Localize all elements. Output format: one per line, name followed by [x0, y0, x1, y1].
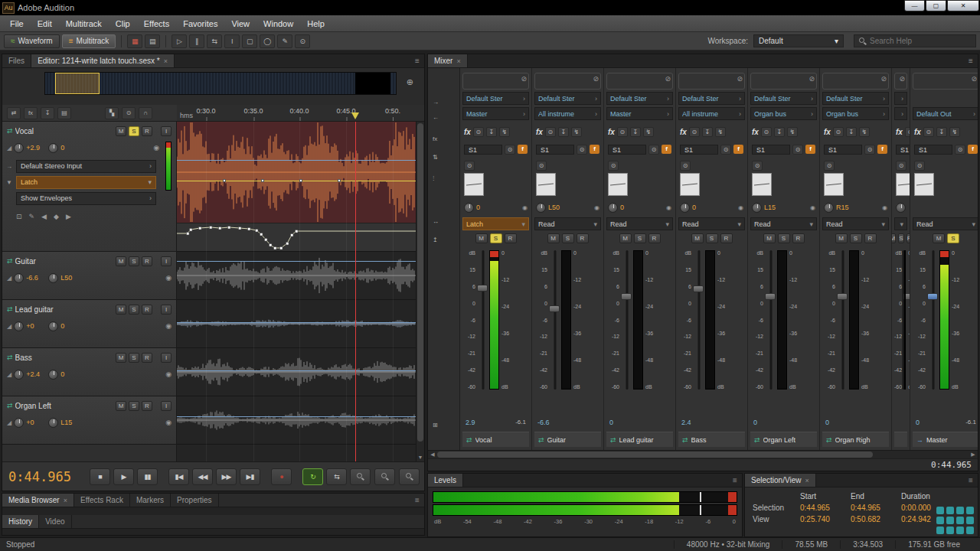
pan-value[interactable]: L50: [548, 204, 592, 211]
track-name[interactable]: Vocal: [15, 127, 113, 135]
view-start[interactable]: 0:25.740: [800, 515, 851, 523]
automation-mode-select[interactable]: Read ▾: [606, 217, 673, 230]
pan-value[interactable]: 0: [60, 322, 80, 330]
stereo-link-icon[interactable]: ◉: [882, 204, 887, 211]
punch-icon[interactable]: ↧: [41, 107, 54, 119]
multitrack-view-button[interactable]: ≡ Multitrack: [62, 34, 116, 48]
meter-toggle-icon[interactable]: ◉: [153, 144, 159, 152]
scrollbar-thumb[interactable]: [437, 452, 873, 458]
waveform-lane-vocal[interactable]: [177, 122, 416, 252]
input-select[interactable]: ›: [894, 92, 907, 105]
menu-view[interactable]: View: [224, 17, 256, 31]
tab-effects-rack[interactable]: Effects Rack: [74, 494, 130, 507]
eq-graph[interactable]: [914, 173, 934, 196]
eq-graph[interactable]: [824, 173, 844, 196]
insert-slot[interactable]: ⊘: [534, 73, 601, 90]
solo-button[interactable]: S: [490, 233, 502, 243]
snap-magnet-icon[interactable]: ∩: [139, 107, 152, 119]
pan-knob[interactable]: [896, 203, 906, 213]
fx-bypass-icon[interactable]: ↯: [949, 127, 960, 137]
eq-power-icon[interactable]: ⊙: [896, 161, 906, 171]
track-input-select[interactable]: Default Stereo Input ›: [16, 160, 156, 173]
fader-track[interactable]: [765, 249, 776, 391]
output-select[interactable]: All instrume ›: [678, 107, 745, 120]
volume-knob[interactable]: [14, 370, 24, 380]
automation-mode-select[interactable]: Latch ▾: [16, 176, 156, 189]
playhead-marker[interactable]: [351, 112, 359, 119]
fx-power-icon[interactable]: ⊙: [923, 127, 934, 137]
volume-value[interactable]: 0: [916, 419, 920, 429]
send-prefader-icon[interactable]: f: [877, 145, 887, 154]
fx-power-icon[interactable]: ⊙: [905, 127, 910, 137]
marquee-tool-icon[interactable]: ▢: [242, 34, 257, 48]
automation-section-icon[interactable]: ↥: [433, 236, 438, 243]
scrollbar-thumb[interactable]: [417, 123, 423, 442]
fader-handle[interactable]: [927, 293, 938, 300]
pan-envelope-line[interactable]: [177, 322, 416, 323]
mute-button[interactable]: M: [892, 233, 896, 243]
track-header-lead-guitar[interactable]: ⇄ Lead guitar M S R I ◢ +0 0 ◉: [2, 300, 176, 348]
channel-name[interactable]: [894, 432, 907, 447]
show-envelopes-select[interactable]: Show Envelopes ›: [16, 192, 156, 205]
overview-view-region[interactable]: [55, 73, 100, 94]
workspace-dropdown[interactable]: Default ▾: [753, 34, 844, 47]
volume-envelope-line[interactable]: [177, 181, 416, 181]
fx-prepost-icon[interactable]: ↧: [936, 127, 947, 137]
volume-value[interactable]: -6.6: [537, 419, 550, 429]
tab-selection-view[interactable]: Selection/View ×: [745, 474, 816, 487]
menu-file[interactable]: File: [3, 17, 31, 31]
zoom-out-button[interactable]: [374, 468, 395, 485]
pan-value[interactable]: L15: [764, 204, 808, 211]
waveform-lane-bass[interactable]: [177, 348, 416, 396]
mute-button[interactable]: M: [475, 233, 488, 243]
mute-button[interactable]: M: [691, 233, 704, 243]
loop-toggle-icon[interactable]: ⇄: [7, 107, 21, 119]
keyframe[interactable]: [223, 179, 226, 182]
automation-mode-select[interactable]: Read ▾: [750, 217, 817, 230]
solo-button[interactable]: S: [850, 233, 862, 243]
panel-menu-icon[interactable]: ≡: [964, 54, 978, 67]
input-select[interactable]: Default Ster ›: [822, 92, 889, 105]
pan-value[interactable]: 0: [476, 204, 520, 211]
restore-button[interactable]: ▢: [926, 0, 946, 11]
input-monitor-button[interactable]: I: [161, 353, 172, 363]
fader-track[interactable]: [621, 249, 632, 391]
track-name[interactable]: Guitar: [15, 257, 113, 266]
solo-button[interactable]: S: [778, 233, 790, 243]
fx-bypass-icon[interactable]: ↯: [715, 127, 726, 137]
pan-value[interactable]: 0: [60, 144, 80, 152]
send-slot[interactable]: S1: [608, 145, 646, 155]
send-slot[interactable]: S1: [896, 145, 910, 155]
pan-knob[interactable]: [536, 203, 546, 213]
volume-knob[interactable]: [14, 418, 24, 428]
send-slot[interactable]: S1: [752, 145, 790, 155]
fader-track[interactable]: [927, 249, 939, 391]
clip-indicator[interactable]: [728, 505, 737, 515]
skip-back-button[interactable]: ▮◀: [168, 468, 189, 485]
send-power-icon[interactable]: ⊙: [505, 145, 515, 155]
mute-button[interactable]: M: [116, 126, 126, 136]
fx-power-icon[interactable]: ⊙: [617, 127, 628, 137]
zoom-in-button[interactable]: [350, 468, 371, 485]
vocal-waveform[interactable]: [177, 122, 416, 223]
pan-envelope-line[interactable]: [177, 416, 416, 417]
volume-value[interactable]: 0: [825, 419, 829, 429]
meter-toggle-icon[interactable]: ◉: [165, 274, 172, 282]
tab-properties[interactable]: Properties: [171, 494, 219, 507]
stereo-link-icon[interactable]: ◉: [738, 204, 743, 211]
lasso-tool-icon[interactable]: ◯: [260, 34, 275, 48]
insert-slot[interactable]: ⊘: [913, 73, 978, 90]
mute-button[interactable]: M: [547, 233, 560, 243]
protect-envelope-icon[interactable]: ⊡: [16, 213, 22, 220]
output-select[interactable]: All instrume ›: [534, 107, 601, 120]
pan-value[interactable]: R15: [836, 204, 880, 211]
volume-value[interactable]: +0: [26, 419, 46, 426]
overview-zoom-icon[interactable]: ⊕: [407, 77, 413, 87]
mute-button[interactable]: M: [933, 233, 945, 243]
eq-power-icon[interactable]: ⊙: [914, 161, 925, 171]
fx-prepost-icon[interactable]: ↧: [486, 127, 497, 137]
panel-menu-icon[interactable]: ≡: [964, 474, 978, 487]
pan-knob[interactable]: [48, 321, 58, 331]
volume-value[interactable]: 2.9: [466, 419, 475, 429]
send-prefader-icon[interactable]: f: [518, 145, 528, 154]
